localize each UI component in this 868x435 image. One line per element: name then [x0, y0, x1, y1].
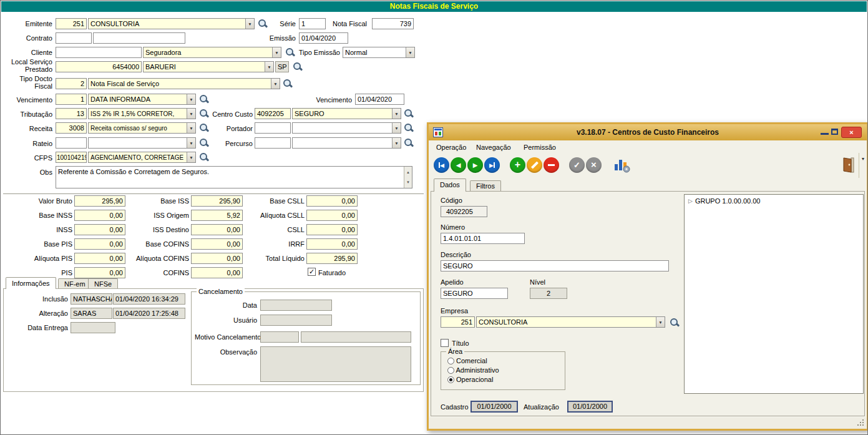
cliente-combo[interactable]: Seguradora ▼: [143, 47, 281, 58]
receita-search-icon[interactable]: [199, 123, 208, 133]
valor-bruto-field[interactable]: 295,90: [74, 195, 125, 207]
confirm-button[interactable]: ✓: [569, 157, 585, 173]
cofins-field[interactable]: 0,00: [191, 267, 243, 278]
local-code-field[interactable]: 6454000: [56, 61, 142, 72]
menu-permissao[interactable]: Permissão: [521, 143, 558, 152]
radio-icon[interactable]: [447, 367, 454, 374]
tab-filtros[interactable]: Filtros: [470, 180, 501, 191]
chevron-down-icon[interactable]: ▼: [187, 109, 195, 119]
tab-nfse[interactable]: NFSe: [88, 278, 118, 289]
empresa-code-field[interactable]: 251: [441, 316, 475, 328]
tipo-docto-combo[interactable]: Nota Fiscal de Serviço ▼: [88, 78, 280, 89]
radio-administrativo[interactable]: Administrativo: [447, 366, 499, 374]
close-icon[interactable]: ×: [841, 127, 862, 138]
apelido-field[interactable]: SEGURO: [441, 288, 508, 299]
emitente-code-field[interactable]: 251: [56, 18, 87, 29]
tributacao-combo[interactable]: ISS 2% IR 1,5% CORRETOR, ▼: [88, 108, 196, 119]
local-combo[interactable]: BARUERI ▼: [143, 61, 274, 72]
obs-field[interactable]: Referente á Comissão e Corretagem de Seg…: [56, 166, 412, 188]
ccf-titlebar[interactable]: v3.18.07 - Centros de Custo Financeiros …: [429, 124, 867, 140]
scroll-up-icon[interactable]: ▲: [404, 168, 412, 177]
chevron-down-icon[interactable]: ▼: [187, 152, 195, 162]
local-search-icon[interactable]: [293, 62, 302, 72]
add-button[interactable]: +: [510, 157, 525, 173]
numero-field[interactable]: 1.4.01.01.01: [441, 233, 525, 244]
chevron-down-icon[interactable]: ▼: [406, 47, 414, 57]
csll-field[interactable]: 0,00: [306, 224, 358, 235]
exit-button[interactable]: [842, 157, 856, 175]
toolbar-overflow-button[interactable]: ▾: [859, 153, 867, 178]
vencimento-code-field[interactable]: 1: [56, 94, 87, 105]
chevron-down-icon[interactable]: ▼: [392, 109, 401, 119]
titulo-checkbox[interactable]: [441, 339, 449, 347]
chevron-down-icon[interactable]: ▼: [392, 138, 401, 148]
chevron-down-icon[interactable]: ▼: [187, 94, 195, 104]
aliquota-cofins-field[interactable]: 0,00: [191, 253, 243, 264]
radio-comercial[interactable]: Comercial: [447, 357, 487, 364]
tipo-docto-search-icon[interactable]: [283, 79, 292, 89]
rateio-search-icon[interactable]: [199, 138, 208, 148]
base-pis-field[interactable]: 0,00: [74, 238, 125, 250]
descricao-field[interactable]: SEGURO: [441, 260, 669, 271]
nav-next-button[interactable]: ▶: [467, 157, 483, 173]
faturado-checkbox[interactable]: ✓: [308, 268, 316, 276]
menu-operacao[interactable]: Operação: [434, 143, 469, 152]
cost-center-tree[interactable]: ▷ GRUPO 1.0.00.00.00: [684, 194, 864, 394]
scroll-down-icon[interactable]: ▼: [404, 178, 412, 187]
tipo-docto-code-field[interactable]: 2: [56, 78, 87, 89]
atualizacao-field[interactable]: 01/01/2000: [567, 401, 613, 413]
pis-field[interactable]: 0,00: [74, 267, 125, 278]
vencimento-data-field[interactable]: 01/04/2020: [355, 94, 404, 105]
base-iss-field[interactable]: 295,90: [191, 195, 243, 207]
base-cofins-field[interactable]: 0,00: [191, 238, 243, 250]
tab-informacoes[interactable]: Informações: [6, 277, 56, 289]
nota-fiscal-field[interactable]: 739: [372, 18, 414, 29]
portador-code-field[interactable]: [255, 122, 291, 134]
edit-button[interactable]: [527, 157, 542, 173]
minimize-icon[interactable]: [821, 133, 829, 135]
obs-scrollbar[interactable]: ▲ ▼: [404, 167, 412, 188]
menu-navegacao[interactable]: Navegação: [474, 143, 514, 152]
empresa-combo[interactable]: CONSULTORIA ▼: [476, 316, 665, 328]
emissao-field[interactable]: 01/04/2020: [299, 32, 348, 44]
cfps-search-icon[interactable]: [199, 152, 208, 162]
tab-dados[interactable]: Dados: [434, 178, 466, 192]
aliquota-csll-field[interactable]: 0,00: [306, 210, 358, 221]
centro-custo-search-icon[interactable]: [404, 109, 413, 119]
cancel-button[interactable]: ×: [586, 157, 602, 173]
empresa-search-icon[interactable]: [670, 318, 679, 328]
radio-operacional[interactable]: Operacional: [447, 376, 493, 383]
delete-button[interactable]: [544, 157, 559, 173]
serie-field[interactable]: 1: [299, 18, 326, 29]
chevron-down-icon[interactable]: ▼: [187, 138, 195, 148]
percurso-code-field[interactable]: [255, 137, 291, 149]
rateio-combo[interactable]: ▼: [88, 137, 196, 149]
cadastro-field[interactable]: 01/01/2000: [471, 401, 518, 413]
chevron-down-icon[interactable]: ▼: [265, 62, 273, 72]
portador-combo[interactable]: ▼: [292, 122, 401, 134]
inss-field[interactable]: 0,00: [74, 224, 125, 235]
centro-custo-code-field[interactable]: 4092205: [255, 108, 291, 119]
portador-search-icon[interactable]: [404, 123, 413, 133]
receita-code-field[interactable]: 3008: [56, 122, 87, 134]
vencimento-search-icon[interactable]: [199, 94, 208, 104]
rateio-code-field[interactable]: [56, 137, 87, 149]
contrato-desc-field[interactable]: [93, 32, 185, 44]
contrato-code-field[interactable]: [56, 32, 92, 44]
chart-button[interactable]: [613, 157, 631, 175]
cfps-code-field[interactable]: 100104219: [56, 152, 87, 163]
radio-selected-icon[interactable]: [447, 376, 454, 383]
chevron-down-icon[interactable]: ▼: [656, 317, 665, 327]
tree-expander-icon[interactable]: ▷: [688, 198, 693, 204]
centro-custo-combo[interactable]: SEGURO ▼: [292, 108, 401, 119]
chevron-down-icon[interactable]: ▼: [271, 79, 280, 89]
base-inss-field[interactable]: 0,00: [74, 210, 125, 221]
emitente-search-icon[interactable]: [258, 19, 267, 29]
nav-first-button[interactable]: ◀: [434, 157, 449, 173]
tree-node-grupo[interactable]: ▷ GRUPO 1.0.00.00.00: [685, 195, 863, 207]
percurso-combo[interactable]: ▼: [292, 137, 401, 149]
chevron-down-icon[interactable]: ▼: [392, 123, 401, 133]
total-liquido-field[interactable]: 295,90: [306, 253, 358, 264]
vencimento-combo[interactable]: DATA INFORMADA ▼: [88, 94, 196, 105]
cfps-combo[interactable]: AGENCIAMENTO, CORRETAGE ▼: [88, 152, 196, 163]
